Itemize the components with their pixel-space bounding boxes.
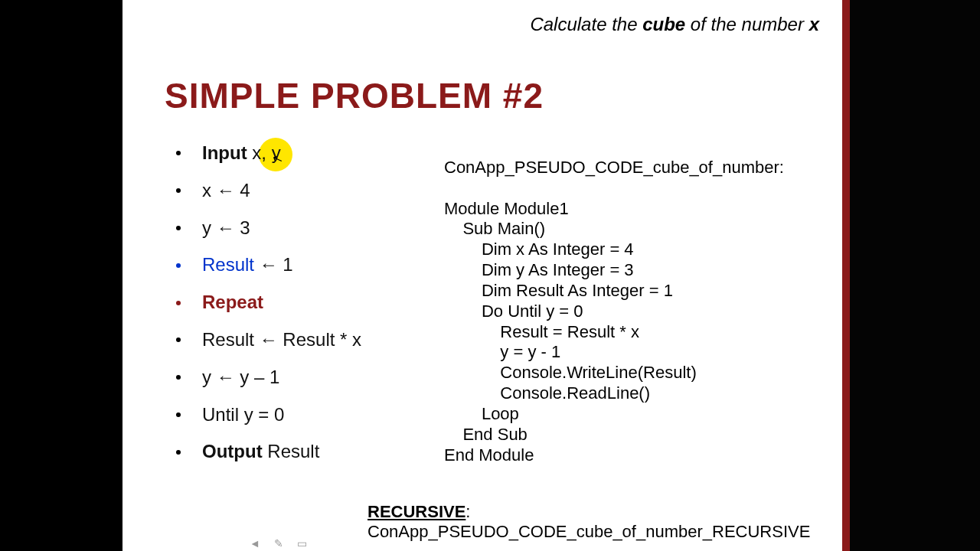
stage: Calculate the cube of the number x SIMPL…: [0, 0, 980, 551]
footer-label: RECURSIVE: [368, 502, 466, 521]
pen-icon[interactable]: ✎: [274, 537, 283, 549]
bullet-y-dec: y ← y – 1: [176, 367, 452, 389]
code-line: Dim Result As Integer = 1: [444, 281, 673, 300]
code-line: End Sub: [444, 425, 528, 444]
presenter-toolbar: ◄ ✎ ▭: [245, 536, 337, 551]
bullet-rest: ← 1: [254, 254, 293, 275]
bullet-dot: [176, 301, 181, 305]
bullet-label: Repeat: [202, 292, 263, 312]
subtitle-prefix: Calculate the: [530, 14, 642, 34]
bullet-dot: [176, 450, 181, 455]
prev-slide-icon[interactable]: ◄: [250, 537, 260, 549]
bullet-dot: [176, 151, 181, 155]
slide-area: Calculate the cube of the number x SIMPL…: [122, 0, 842, 551]
bullet-until: Until y = 0: [176, 404, 452, 426]
bullet-dot: [176, 337, 181, 342]
bullet-text: Result ← Result * x: [202, 329, 452, 351]
menu-icon[interactable]: ▭: [297, 537, 307, 549]
bullet-result-init: Result ← 1: [176, 254, 452, 276]
bullet-text: y ← y – 1: [202, 367, 452, 389]
code-line: Sub Main(): [444, 219, 545, 238]
code-line: Module Module1: [444, 199, 569, 218]
code-line: End Module: [444, 445, 534, 465]
code-line: Loop: [444, 404, 519, 423]
bullet-text: x ← 4: [202, 180, 452, 202]
right-dark-panel: [850, 0, 980, 551]
bullet-label: Input: [202, 142, 247, 163]
bullet-result-calc: Result ← Result * x: [176, 329, 452, 351]
bullet-dot: [176, 412, 181, 417]
bullet-rest: Result: [263, 441, 320, 461]
bullet-input: Input x, y: [176, 142, 452, 165]
subtitle-bold-x: x: [809, 14, 819, 34]
bullet-dot: [176, 226, 181, 230]
code-line: Do Until y = 0: [444, 302, 583, 321]
code-line: Dim y As Integer = 3: [444, 260, 634, 279]
slide-title: SIMPLE PROBLEM #2: [165, 75, 544, 116]
code-line: y = y - 1: [444, 342, 560, 361]
bullet-y-assign: y ← 3: [176, 217, 452, 240]
code-line: Console.ReadLine(): [444, 383, 650, 403]
bullet-repeat: Repeat: [176, 292, 452, 314]
bullet-x-assign: x ← 4: [176, 180, 452, 202]
bullet-dot: [176, 188, 181, 193]
pseudocode-bullets: Input x, y x ← 4 y ← 3 Result ← 1 Repeat…: [176, 142, 452, 478]
code-line: ConApp_PSEUDO_CODE_cube_of_number:: [444, 158, 784, 177]
code-block: ConApp_PSEUDO_CODE_cube_of_number: Modul…: [444, 158, 827, 465]
bullet-output: Output Result: [176, 441, 452, 463]
code-line: Dim x As Integer = 4: [444, 240, 634, 259]
slide-subtitle: Calculate the cube of the number x: [429, 14, 819, 35]
subtitle-bold-cube: cube: [642, 14, 685, 34]
bullet-rest: x, y: [247, 142, 281, 163]
footer-note: RECURSIVE: ConApp_PSEUDO_CODE_cube_of_nu…: [368, 502, 842, 542]
left-gutter: [0, 0, 122, 551]
bullet-text: y ← 3: [202, 217, 452, 240]
bullet-dot: [176, 263, 181, 268]
scrollbar-track[interactable]: [842, 0, 850, 551]
bullet-label: Result: [202, 254, 254, 275]
bullet-text: Until y = 0: [202, 404, 452, 426]
code-line: Result = Result * x: [444, 322, 639, 341]
bullet-label: Output: [202, 441, 263, 461]
code-line: Console.WriteLine(Result): [444, 363, 697, 382]
subtitle-mid: of the number: [685, 14, 808, 34]
bullet-dot: [176, 375, 181, 380]
